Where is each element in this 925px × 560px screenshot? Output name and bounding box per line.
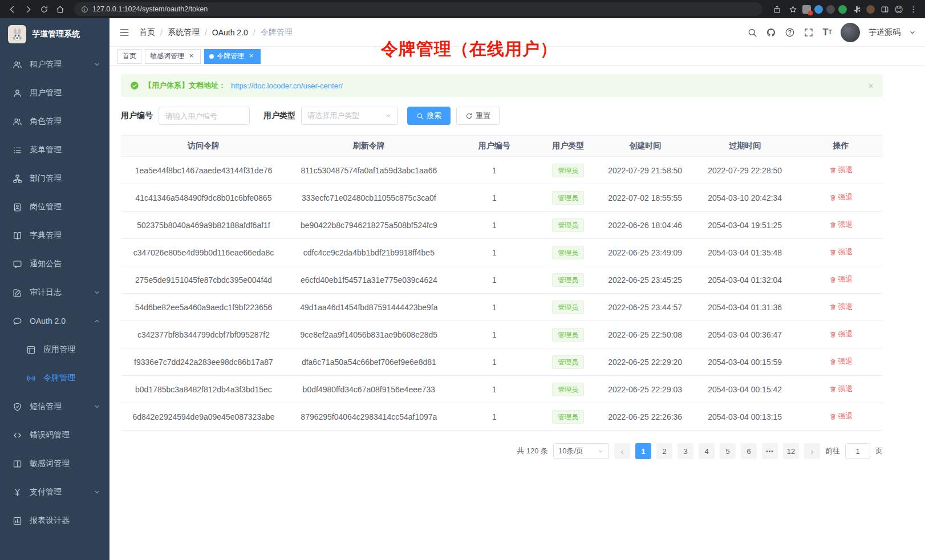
sidebar-item-post[interactable]: 岗位管理 bbox=[0, 193, 109, 221]
reset-button[interactable]: 重置 bbox=[456, 107, 500, 125]
user-type-badge: 管理员 bbox=[552, 301, 584, 314]
prev-page-button[interactable]: ‹ bbox=[614, 443, 630, 459]
tab-token[interactable]: 令牌管理× bbox=[204, 49, 261, 64]
force-logout-label: 强退 bbox=[838, 411, 853, 421]
tab-home[interactable]: 首页 bbox=[117, 49, 141, 64]
fullscreen-icon[interactable] bbox=[804, 27, 814, 38]
sidebar-item-sensitive-word[interactable]: 敏感词管理 bbox=[0, 449, 109, 478]
search-icon[interactable] bbox=[747, 27, 757, 38]
bookmark-star-icon[interactable] bbox=[786, 3, 799, 15]
select-caret-icon bbox=[385, 112, 392, 119]
back-icon[interactable] bbox=[6, 3, 18, 15]
breadcrumb-item[interactable]: 首页 bbox=[139, 27, 155, 38]
force-logout-button[interactable]: 强退 bbox=[829, 302, 853, 312]
avatar[interactable] bbox=[841, 23, 860, 42]
doc-link[interactable]: https://doc.iocoder.cn/user-center/ bbox=[231, 82, 343, 90]
font-size-icon[interactable]: TT bbox=[822, 28, 832, 37]
sidebar-item-dict[interactable]: 字典管理 bbox=[0, 221, 109, 250]
force-logout-button[interactable]: 强退 bbox=[829, 274, 853, 285]
sidebar-item-sms[interactable]: 短信管理 bbox=[0, 392, 109, 421]
alert-close-icon[interactable]: × bbox=[868, 81, 874, 91]
username[interactable]: 芋道源码 bbox=[869, 27, 900, 38]
refresh-token-cell: b0df4980ffd34c67a08f9156e4eee733 bbox=[286, 376, 452, 403]
page-button-1[interactable]: 1 bbox=[635, 443, 651, 459]
page-button-5[interactable]: 5 bbox=[720, 443, 736, 459]
extension-dark-icon[interactable] bbox=[826, 5, 835, 14]
split-view-icon[interactable] bbox=[878, 3, 891, 15]
user-type-badge: 管理员 bbox=[552, 273, 584, 287]
force-logout-button[interactable]: 强退 bbox=[829, 192, 853, 202]
force-logout-button[interactable]: 强退 bbox=[829, 411, 853, 421]
sidebar-item-audit-log[interactable]: 审计日志 bbox=[0, 278, 109, 307]
sidebar-item-dept[interactable]: 部门管理 bbox=[0, 164, 109, 193]
page-size-select[interactable]: 10条/页 bbox=[553, 443, 609, 459]
filter-bar: 用户编号 用户类型 请选择用户类型 搜索 重置 bbox=[121, 107, 883, 125]
force-logout-button[interactable]: 强退 bbox=[829, 384, 853, 394]
chevron-down-icon[interactable] bbox=[909, 29, 916, 36]
browser-profile-avatar[interactable]: 😊 bbox=[894, 5, 903, 14]
force-logout-button[interactable]: 强退 bbox=[829, 356, 853, 367]
sidebar-item-role[interactable]: 角色管理 bbox=[0, 107, 109, 136]
search-button[interactable]: 搜索 bbox=[407, 107, 451, 125]
force-logout-button[interactable]: 强退 bbox=[829, 247, 853, 257]
app-logo-row[interactable]: 🐰 芋道管理系统 bbox=[0, 18, 109, 50]
tab-sensitive-word[interactable]: 敏感词管理× bbox=[145, 49, 201, 64]
share-icon[interactable] bbox=[770, 3, 783, 15]
extension-brown-icon[interactable] bbox=[866, 5, 875, 14]
table-row: c342377bf8b344799dcbf7bf095287f29ce8ef2a… bbox=[121, 321, 883, 348]
expire-time-cell: 2054-03-04 00:15:59 bbox=[691, 348, 799, 376]
extension-green-icon[interactable] bbox=[838, 5, 847, 14]
reload-icon[interactable] bbox=[38, 3, 50, 15]
breadcrumb-item[interactable]: OAuth 2.0 bbox=[212, 28, 248, 37]
sidebar-item-report-designer[interactable]: 报表设计器 bbox=[0, 506, 109, 535]
tab-close-icon[interactable]: × bbox=[247, 52, 255, 60]
next-page-button[interactable]: › bbox=[804, 443, 820, 459]
tab-label: 敏感词管理 bbox=[150, 51, 184, 61]
address-bar[interactable]: 127.0.0.1:1024/system/oauth2/token bbox=[74, 2, 762, 16]
user-type-select[interactable]: 请选择用户类型 bbox=[301, 107, 398, 125]
trash-icon bbox=[829, 249, 837, 256]
extension-badged-icon[interactable] bbox=[802, 5, 811, 14]
create-time-cell: 2022-06-25 23:44:57 bbox=[599, 294, 691, 321]
sidebar-item-oauth2[interactable]: OAuth 2.0 bbox=[0, 307, 109, 335]
page-button-3[interactable]: 3 bbox=[677, 443, 693, 459]
pager-ellipsis[interactable]: ••• bbox=[762, 443, 778, 459]
page-button-4[interactable]: 4 bbox=[699, 443, 715, 459]
access-token-cell: 41c41346a548490f9dc8b01c6bfe0865 bbox=[121, 184, 286, 212]
table-header-row: 访问令牌刷新令牌用户编号用户类型创建时间过期时间操作 bbox=[121, 136, 883, 157]
action-cell: 强退 bbox=[799, 294, 883, 321]
table-row: 502375b8040a469a9b82188afdf6af1fbe90422b… bbox=[121, 212, 883, 239]
home-icon[interactable] bbox=[54, 3, 66, 15]
forward-icon[interactable] bbox=[22, 3, 34, 15]
page-button-12[interactable]: 12 bbox=[783, 443, 799, 459]
sidebar-item-user[interactable]: 用户管理 bbox=[0, 79, 109, 107]
pager: 123456•••12 bbox=[635, 443, 799, 459]
extension-blue-icon[interactable] bbox=[814, 5, 823, 14]
force-logout-button[interactable]: 强退 bbox=[829, 165, 853, 175]
tab-close-icon[interactable]: × bbox=[187, 52, 196, 60]
sidebar-item-pay[interactable]: 支付管理 bbox=[0, 478, 109, 506]
extensions-puzzle-icon[interactable] bbox=[850, 3, 863, 15]
action-cell: 强退 bbox=[799, 212, 883, 239]
sidebar-item-oauth2-app[interactable]: 应用管理 bbox=[0, 335, 109, 364]
table-row: 6d842e2924594de9a09e45e087323abe8796295f… bbox=[121, 403, 883, 431]
page-button-2[interactable]: 2 bbox=[656, 443, 672, 459]
sidebar-item-menu[interactable]: 菜单管理 bbox=[0, 136, 109, 164]
page-button-6[interactable]: 6 bbox=[741, 443, 757, 459]
browser-menu-icon[interactable] bbox=[907, 3, 919, 15]
sidebar-item-error-code[interactable]: 错误码管理 bbox=[0, 421, 109, 449]
github-icon[interactable] bbox=[766, 27, 776, 38]
force-logout-button[interactable]: 强退 bbox=[829, 329, 853, 339]
site-info-icon[interactable] bbox=[81, 6, 88, 13]
sidebar-item-notice[interactable]: 通知公告 bbox=[0, 250, 109, 278]
sidebar-toggle-icon[interactable] bbox=[119, 27, 130, 38]
column-header: 创建时间 bbox=[599, 136, 691, 157]
sidebar-item-tenant[interactable]: 租户管理 bbox=[0, 50, 109, 79]
help-icon[interactable] bbox=[785, 27, 795, 38]
user-id-input[interactable] bbox=[159, 107, 250, 125]
sidebar-item-oauth2-token[interactable]: 令牌管理 bbox=[0, 364, 109, 392]
action-cell: 强退 bbox=[799, 239, 883, 266]
force-logout-button[interactable]: 强退 bbox=[829, 220, 853, 230]
goto-page-input[interactable] bbox=[845, 443, 870, 459]
breadcrumb-item[interactable]: 系统管理 bbox=[168, 27, 200, 38]
